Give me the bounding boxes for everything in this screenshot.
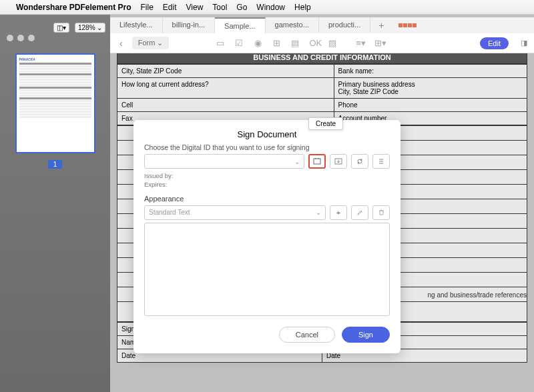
menu-help[interactable]: Help [294, 3, 311, 12]
signature-preview [144, 223, 390, 316]
new-tab-button[interactable]: + [370, 17, 392, 33]
textfield-tool-icon[interactable]: ▭ [216, 38, 225, 48]
expires-label: Expires: [144, 180, 390, 189]
button-tool-icon[interactable]: OK [309, 38, 318, 48]
edit-appearance-button[interactable] [351, 205, 368, 220]
thumbnail-sidebar: PANACEA 1 [0, 15, 110, 392]
image-tool-icon[interactable]: ▧ [328, 38, 337, 48]
menu-go[interactable]: Go [236, 3, 247, 12]
panel-layout-select[interactable]: ◫▾ [53, 23, 69, 33]
listbox-tool-icon[interactable]: ▤ [290, 38, 300, 48]
list-id-button[interactable] [372, 154, 390, 169]
cancel-button[interactable]: Cancel [279, 327, 335, 343]
combobox-tool-icon[interactable]: ⊞ [272, 38, 281, 48]
tab-billing[interactable]: billing-in... [163, 17, 216, 33]
page-number-badge: 1 [48, 160, 63, 169]
page-thumbnail[interactable]: PANACEA [15, 53, 95, 153]
dialog-hint: Choose the Digital ID that you want to u… [144, 143, 390, 151]
tab-sample[interactable]: Sample... [215, 17, 265, 33]
menu-tool[interactable]: Tool [212, 3, 227, 12]
app-grid-icon[interactable] [392, 17, 424, 33]
add-appearance-button[interactable]: + [330, 205, 347, 220]
sign-document-dialog: Create Sign Document Choose the Digital … [134, 120, 400, 353]
issued-by-label: Issued by: [144, 171, 390, 180]
zoom-select[interactable]: 128% ⌄ [75, 23, 105, 33]
dialog-title: Sign Document [144, 129, 390, 139]
refresh-id-button[interactable] [351, 154, 368, 169]
menubar: Wondershare PDFelement Pro File Edit Vie… [0, 0, 534, 15]
form-mode-dropdown[interactable]: Form ⌄ [132, 37, 170, 49]
svg-rect-0 [314, 159, 320, 164]
appearance-value: Standard Text [149, 209, 190, 216]
menu-edit[interactable]: Edit [163, 3, 177, 12]
delete-appearance-button[interactable] [372, 205, 390, 220]
table-row: City, State ZIP CodeBank name: [117, 65, 527, 78]
tab-lifestyle[interactable]: Lifestyle... [110, 17, 163, 33]
import-id-button[interactable] [330, 154, 347, 169]
appearance-label: Appearance [144, 195, 390, 203]
tab-gamestore[interactable]: gamesto... [266, 17, 319, 33]
panel-toggle-icon[interactable]: ◨ [521, 39, 527, 47]
more-tool-icon[interactable]: ⊞▾ [374, 38, 384, 48]
table-row: CellPhone [117, 99, 527, 112]
thumb-header: PANACEA [19, 57, 91, 61]
sign-button[interactable]: Sign [342, 327, 390, 343]
create-id-button[interactable] [308, 154, 326, 169]
form-table-top: City, State ZIP CodeBank name: How long … [117, 64, 527, 125]
radio-tool-icon[interactable]: ◉ [253, 38, 262, 48]
digital-id-dropdown[interactable]: ⌄ [144, 154, 304, 169]
menu-file[interactable]: File [141, 3, 154, 12]
app-name: Wondershare PDFelement Pro [16, 3, 131, 12]
table-row: How long at current address?Primary busi… [117, 78, 527, 99]
tab-production[interactable]: producti... [319, 17, 370, 33]
appearance-dropdown[interactable]: Standard Text⌄ [144, 205, 326, 220]
menu-view[interactable]: View [186, 3, 204, 12]
create-tooltip: Create [308, 117, 343, 130]
checkbox-tool-icon[interactable]: ☑ [234, 38, 244, 48]
edit-button[interactable]: Edit [480, 37, 509, 49]
align-tool-icon[interactable]: ≡▾ [356, 38, 365, 48]
back-button[interactable]: ‹ [117, 38, 125, 49]
menu-window[interactable]: Window [256, 3, 285, 12]
